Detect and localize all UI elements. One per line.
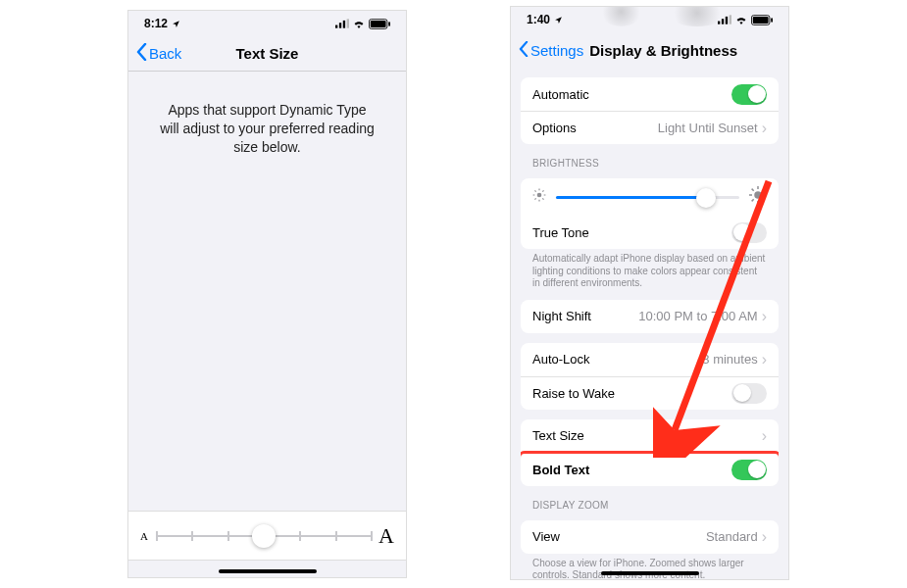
row-label: Options: [532, 121, 577, 135]
back-label: Settings: [530, 42, 583, 59]
svg-line-28: [752, 189, 754, 191]
toggle-raise-to-wake[interactable]: [731, 383, 767, 404]
svg-rect-12: [753, 16, 769, 23]
svg-line-31: [762, 189, 764, 191]
row-brightness-slider: [521, 178, 779, 216]
row-options[interactable]: Options Light Until Sunset›: [521, 111, 779, 144]
battery-icon: [751, 15, 773, 25]
row-raise-to-wake[interactable]: Raise to Wake: [521, 376, 779, 410]
phone-text-size: 8:12 Back Text Size Apps that su: [127, 10, 407, 578]
section-header-brightness: BRIGHTNESS: [532, 158, 775, 169]
sun-small-icon: [532, 188, 546, 206]
nav-bar: Back Text Size: [128, 36, 406, 72]
wifi-icon: [734, 15, 748, 24]
slider-min-label: A: [140, 530, 148, 542]
svg-rect-1: [339, 23, 341, 27]
svg-point-23: [754, 191, 762, 199]
back-button[interactable]: Settings: [519, 41, 583, 60]
svg-rect-2: [343, 21, 345, 28]
svg-line-22: [542, 190, 543, 191]
brightness-slider[interactable]: [556, 196, 739, 199]
toggle-true-tone[interactable]: [731, 222, 767, 243]
status-bar: 1:40: [511, 7, 788, 32]
status-time: 1:40: [527, 13, 550, 26]
svg-rect-5: [371, 20, 386, 26]
back-label: Back: [149, 45, 181, 62]
text-size-slider[interactable]: [156, 535, 371, 537]
home-indicator[interactable]: [219, 569, 317, 573]
svg-line-29: [762, 199, 764, 201]
dynamic-type-description: Apps that support Dynamic Type will adju…: [128, 72, 406, 186]
row-label: Bold Text: [532, 463, 589, 477]
back-button[interactable]: Back: [136, 43, 181, 64]
row-detail: 10:00 PM to 7:00 AM: [638, 309, 757, 323]
svg-line-20: [542, 198, 543, 199]
svg-point-14: [537, 193, 542, 198]
page-title: Display & Brightness: [589, 42, 737, 59]
row-label: True Tone: [532, 225, 589, 240]
text-size-slider-row: A A: [128, 511, 406, 560]
svg-rect-6: [388, 22, 390, 25]
row-label: Raise to Wake: [532, 386, 615, 401]
row-detail: Standard: [706, 529, 758, 544]
chevron-left-icon: [136, 43, 147, 64]
row-bold-text[interactable]: Bold Text: [521, 453, 779, 486]
location-icon: [172, 20, 180, 28]
svg-line-30: [752, 199, 754, 201]
row-label: View: [532, 529, 560, 544]
svg-rect-0: [335, 25, 337, 28]
phone-display-brightness: 1:40 Settings Display & Brightness: [510, 6, 789, 580]
svg-rect-13: [771, 18, 773, 22]
svg-line-19: [534, 190, 535, 191]
footer-view: Choose a view for iPhone. Zoomed shows l…: [532, 558, 767, 581]
status-time: 8:12: [144, 17, 168, 30]
row-label: Automatic: [532, 87, 589, 102]
battery-icon: [369, 19, 390, 29]
toggle-automatic[interactable]: [731, 84, 767, 105]
row-detail: 3 minutes: [702, 352, 757, 367]
row-detail: Light Until Sunset: [658, 121, 758, 135]
footer-true-tone: Automatically adapt iPhone display based…: [532, 253, 767, 290]
svg-rect-10: [730, 15, 731, 24]
row-text-size[interactable]: Text Size ›: [521, 419, 779, 453]
toggle-bold-text[interactable]: [731, 460, 767, 480]
row-view[interactable]: View Standard›: [521, 520, 779, 554]
section-header-display-zoom: DISPLAY ZOOM: [532, 500, 775, 511]
nav-bar: Settings Display & Brightness: [511, 32, 788, 68]
row-auto-lock[interactable]: Auto-Lock 3 minutes›: [521, 343, 779, 376]
sun-large-icon: [749, 186, 767, 208]
location-icon: [554, 16, 563, 24]
row-label: Auto-Lock: [532, 352, 590, 367]
home-indicator[interactable]: [601, 571, 699, 575]
row-label: Text Size: [532, 428, 584, 443]
row-night-shift[interactable]: Night Shift 10:00 PM to 7:00 AM›: [521, 300, 779, 333]
chevron-left-icon: [519, 41, 529, 60]
svg-rect-9: [726, 17, 728, 24]
cellular-icon: [335, 19, 349, 28]
row-true-tone[interactable]: True Tone: [521, 216, 779, 249]
row-label: Night Shift: [532, 309, 591, 323]
slider-max-label: A: [378, 523, 394, 549]
status-bar: 8:12: [128, 11, 406, 36]
row-automatic[interactable]: Automatic: [521, 77, 779, 111]
wifi-icon: [352, 19, 366, 28]
svg-rect-3: [347, 19, 349, 27]
svg-line-21: [534, 198, 535, 199]
